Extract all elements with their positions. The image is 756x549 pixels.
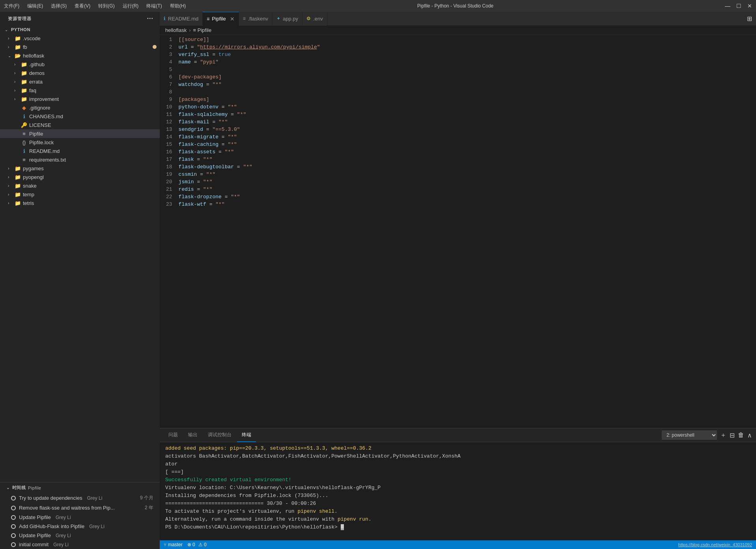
folder-open-icon: 📂 — [14, 53, 21, 59]
filename-vscode: .vscode — [23, 35, 160, 41]
git-branch-label: master — [168, 542, 183, 547]
sidebar-item-vscode[interactable]: › 📁 .vscode — [0, 34, 160, 43]
modified-badge — [153, 45, 157, 49]
sidebar-item-license[interactable]: › 🔑 LICENSE — [0, 121, 160, 129]
sidebar-item-changes[interactable]: › ℹ CHANGES.md — [0, 112, 160, 121]
folder-icon: 📁 — [14, 174, 21, 180]
error-count: ⊗ 0 — [187, 542, 195, 547]
maximize-button[interactable]: ☐ — [736, 3, 741, 9]
breadcrumb-part-0[interactable]: helloflask — [165, 27, 187, 33]
timeline-item-4[interactable]: Update Pipfile Grey Li — [0, 531, 160, 540]
sidebar-item-pygames[interactable]: › 📁 pygames — [0, 164, 160, 173]
menu-bar[interactable]: 文件(F) 编辑(E) 选择(S) 查看(V) 转到(G) 运行(R) 终端(T… — [4, 3, 186, 9]
window-controls[interactable]: — ☐ ✕ — [725, 3, 752, 9]
tab-readme[interactable]: ℹ README.md — [160, 12, 203, 26]
tab-apppy-label: app.py — [283, 16, 298, 22]
sidebar-item-temp[interactable]: › 📁 temp — [0, 190, 160, 199]
add-terminal-icon[interactable]: ＋ — [720, 431, 726, 439]
chevron-right-icon: › — [8, 175, 14, 179]
timeline-chevron-icon: ⌄ — [6, 486, 10, 490]
breadcrumb-part-1[interactable]: ≡ Pipfile — [193, 27, 212, 33]
split-terminal-icon[interactable]: ⊟ — [730, 432, 735, 439]
sidebar-item-improvement[interactable]: › 📁 improvement — [0, 95, 160, 103]
timeline-item-5[interactable]: initial commit Grey Li — [0, 540, 160, 549]
tab-output[interactable]: 输出 — [183, 428, 202, 442]
folder-icon: 📁 — [21, 61, 28, 67]
editor-content: 12345 678910 1112131415 1617181920 21222… — [160, 35, 756, 428]
sidebar-item-github[interactable]: › 📁 .github — [0, 60, 160, 69]
menu-select[interactable]: 选择(S) — [51, 3, 67, 9]
menu-file[interactable]: 文件(F) — [4, 3, 19, 9]
sidebar-item-requirements[interactable]: › ≡ requirements.txt — [0, 155, 160, 164]
minimize-button[interactable]: — — [725, 3, 730, 9]
chevron-right-icon: › — [14, 62, 21, 67]
sidebar-more-icon[interactable]: ··· — [147, 15, 153, 22]
tab-apppy[interactable]: ✦ app.py — [273, 12, 302, 26]
menu-edit[interactable]: 编辑(E) — [27, 3, 43, 9]
code-line-17: flask = "*" — [179, 156, 751, 163]
code-line-3: verify_ssl = true — [179, 51, 751, 58]
trash-icon[interactable]: 🗑 — [738, 432, 744, 439]
tab-env[interactable]: ⚙ .env — [302, 12, 327, 26]
tab-debug-console[interactable]: 调试控制台 — [203, 428, 236, 442]
sidebar-item-pyopengl[interactable]: › 📁 pyopengl — [0, 173, 160, 181]
timeline-item-1[interactable]: Remove flask-sse and waitress from Pip..… — [0, 503, 160, 513]
filename-requirements: requirements.txt — [29, 157, 160, 163]
status-bar-link[interactable]: https://blog.csdn.net/weixin_43031092 — [678, 542, 752, 547]
editor-area: ℹ README.md ≡ Pipfile ✕ ≡ .flaskenv ✦ ap… — [160, 12, 756, 549]
tab-terminal[interactable]: 终端 — [237, 428, 256, 442]
menu-help[interactable]: 帮助(H) — [170, 3, 186, 9]
timeline-file-label: Pipfile — [28, 486, 41, 490]
terminal-output[interactable]: added seed packages: pip==20.3.3, setupt… — [160, 442, 756, 540]
tab-problems[interactable]: 问题 — [164, 428, 183, 442]
sidebar-item-pipfile[interactable]: › ≡ Pipfile — [0, 129, 160, 138]
timeline-label: 时间线 — [12, 485, 26, 491]
timeline-dot-icon — [11, 524, 16, 529]
timeline-item-0[interactable]: Try to update dependencies Grey Li 9 个月 — [0, 493, 160, 503]
code-line-4: name = "pypi" — [179, 58, 751, 66]
section-python[interactable]: ⌄ PYTHON — [0, 25, 160, 34]
timeline-section: ⌄ 时间线 Pipfile Try to update dependencies… — [0, 482, 160, 549]
sidebar-item-gitignore[interactable]: › ◆ .gitignore — [0, 103, 160, 112]
timeline-author-2: Grey Li — [56, 515, 71, 520]
sidebar-item-snake[interactable]: › 📁 snake — [0, 181, 160, 190]
sidebar-item-demos[interactable]: › 📁 demos — [0, 69, 160, 77]
code-line-6: [dev-packages] — [179, 73, 751, 81]
menu-run[interactable]: 运行(R) — [123, 3, 139, 9]
close-button[interactable]: ✕ — [747, 3, 752, 9]
sidebar-item-faq[interactable]: › 📁 faq — [0, 86, 160, 95]
terminal-line-3: [ ===] — [165, 468, 750, 476]
filename-pygames: pygames — [23, 166, 160, 171]
code-editor[interactable]: [[source]] url = "https://mirrors.aliyun… — [179, 35, 751, 428]
sidebar: 资源管理器 ··· ⌄ PYTHON › 📁 .vscode › 📁 fb — [0, 12, 160, 549]
terminal-line-2: ator — [165, 460, 750, 468]
sidebar-item-tetris[interactable]: › 📁 tetris — [0, 199, 160, 207]
file-tree: ⌄ PYTHON › 📁 .vscode › 📁 fb ⌄ 📂 hellofla… — [0, 25, 160, 482]
sidebar-item-readme[interactable]: › ℹ README.md — [0, 147, 160, 155]
menu-view[interactable]: 查看(V) — [75, 3, 90, 9]
sidebar-item-fb[interactable]: › 📁 fb — [0, 43, 160, 51]
tab-close-button[interactable]: ✕ — [230, 16, 235, 22]
timeline-header[interactable]: ⌄ 时间线 Pipfile — [0, 482, 160, 493]
sidebar-item-errata[interactable]: › 📁 errata — [0, 77, 160, 86]
menu-goto[interactable]: 转到(G) — [98, 3, 114, 9]
timeline-item-3[interactable]: Add GitHub-Flask into Pipfile Grey Li — [0, 522, 160, 531]
sidebar-item-helloflask[interactable]: ⌄ 📂 helloflask — [0, 51, 160, 60]
menu-terminal[interactable]: 终端(T) — [146, 3, 162, 9]
terminal-dropdown[interactable]: 1: powershell 2: powershell — [662, 430, 717, 440]
bottom-panel: 问题 输出 调试控制台 终端 1: powershell 2: powershe… — [160, 428, 756, 540]
sidebar-item-pipfile-lock[interactable]: › {} Pipfile.lock — [0, 138, 160, 147]
split-editor-icon[interactable]: ⊞ — [747, 15, 752, 22]
timeline-author-0: Grey Li — [87, 495, 103, 501]
panel-tab-bar: 问题 输出 调试控制台 终端 1: powershell 2: powershe… — [160, 428, 756, 442]
tab-pipfile[interactable]: ≡ Pipfile ✕ — [203, 12, 239, 26]
tab-flaskenv[interactable]: ≡ .flaskenv — [239, 12, 273, 26]
filename-license: LICENSE — [29, 122, 160, 128]
code-line-7: watchdog = "*" — [179, 81, 751, 88]
collapse-panel-icon[interactable]: ∧ — [747, 432, 752, 439]
filename-changes: CHANGES.md — [29, 114, 160, 119]
editor-scrollbar[interactable] — [751, 35, 756, 428]
tab-apppy-icon: ✦ — [276, 16, 280, 21]
timeline-author-3: Grey Li — [89, 524, 105, 529]
timeline-item-2[interactable]: Update Pipfile Grey Li — [0, 513, 160, 522]
